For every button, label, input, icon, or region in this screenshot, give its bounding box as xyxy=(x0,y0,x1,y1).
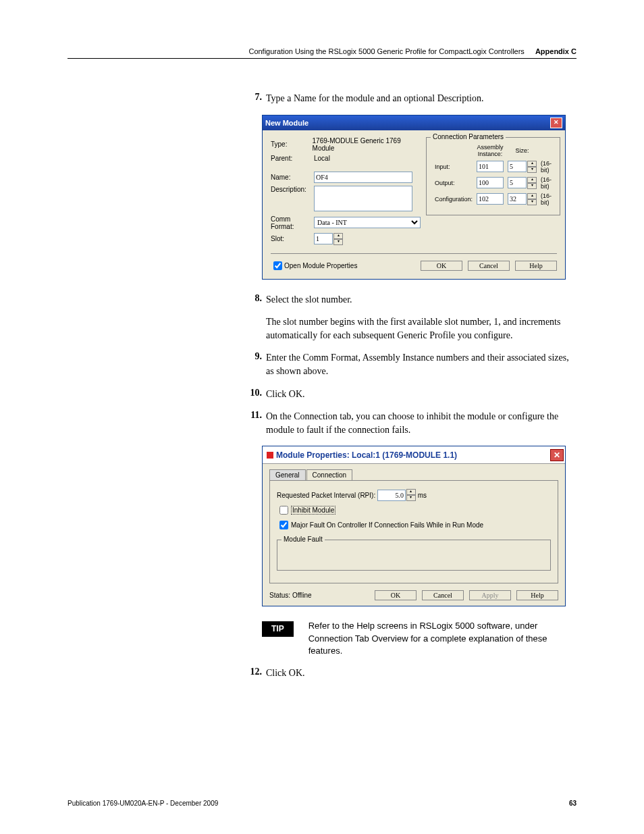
header-chapter: Configuration Using the RSLogix 5000 Gen… xyxy=(248,47,524,55)
config-label: Configuration: xyxy=(433,192,474,207)
step-text: Select the slot number. xyxy=(266,294,352,305)
chevron-up-icon[interactable]: ▴ xyxy=(333,233,343,239)
status-label: Status: xyxy=(269,592,290,599)
type-label: Type: xyxy=(271,140,313,148)
name-field[interactable] xyxy=(314,172,412,183)
name-label: Name: xyxy=(271,174,314,181)
chevron-up-icon[interactable]: ▴ xyxy=(527,161,537,167)
slot-label: Slot: xyxy=(271,235,314,242)
comm-label: Comm Format: xyxy=(271,215,314,230)
step-10: 10. Click OK. xyxy=(243,388,576,401)
dialog-titlebar[interactable]: Module Properties: Local:1 (1769-MODULE … xyxy=(263,446,565,464)
tip-row: TIP Refer to the Help screens in RSLogix… xyxy=(262,620,576,657)
close-icon[interactable]: ✕ xyxy=(550,449,564,461)
conn-legend: Connection Parameters xyxy=(431,133,506,140)
open-module-checkbox[interactable]: Open Module Properties xyxy=(271,259,357,272)
step-text: On the Connection tab, you can choose to… xyxy=(266,410,576,436)
cancel-button[interactable]: Cancel xyxy=(468,261,510,271)
app-icon xyxy=(267,452,273,459)
publication-info: Publication 1769-UM020A-EN-P - December … xyxy=(68,800,218,807)
description-field[interactable] xyxy=(314,186,412,211)
cancel-button[interactable]: Cancel xyxy=(422,590,464,600)
step-num: 8. xyxy=(243,293,262,342)
size-hdr: Size: xyxy=(506,143,538,158)
rpi-label: Requested Packet Interval (RPI): xyxy=(277,492,375,499)
close-icon[interactable]: ✕ xyxy=(550,118,562,128)
chevron-down-icon[interactable]: ▾ xyxy=(527,183,537,189)
step-text: Click OK. xyxy=(266,388,305,401)
dialog-titlebar[interactable]: New Module ✕ xyxy=(263,115,565,130)
inhibit-label: Inhibit Module xyxy=(291,506,336,515)
step-text: Type a Name for the module and an option… xyxy=(266,92,483,105)
step-num: 11. xyxy=(243,410,262,436)
chevron-down-icon[interactable]: ▾ xyxy=(527,167,537,173)
chevron-up-icon[interactable]: ▴ xyxy=(527,193,537,199)
step-para: The slot number begins with the first av… xyxy=(266,315,576,342)
chevron-down-icon[interactable]: ▾ xyxy=(527,199,537,205)
step-num: 9. xyxy=(243,351,262,377)
step-7: 7. Type a Name for the module and an opt… xyxy=(243,92,576,105)
comm-format-select[interactable]: Data - INT xyxy=(314,217,421,228)
dialog-title: New Module xyxy=(265,119,308,127)
rpi-unit: ms xyxy=(418,492,427,499)
input-instance-field[interactable] xyxy=(477,161,504,172)
step-8: 8. Select the slot number. The slot numb… xyxy=(243,293,576,342)
type-value: 1769-MODULE Generic 1769 Module xyxy=(313,137,421,152)
chevron-down-icon[interactable]: ▾ xyxy=(333,239,343,245)
step-12: 12. Click OK. xyxy=(243,667,576,680)
tab-general[interactable]: General xyxy=(269,469,306,480)
apply-button[interactable]: Apply xyxy=(469,590,511,600)
step-text: Enter the Comm Format, Assembly Instance… xyxy=(266,351,576,377)
output-instance-field[interactable] xyxy=(477,177,504,188)
fault-legend: Module Fault xyxy=(281,536,325,543)
output-size-stepper[interactable] xyxy=(508,177,527,188)
header-appendix: Appendix C xyxy=(535,47,576,55)
new-module-dialog: New Module ✕ Type:1769-MODULE Generic 17… xyxy=(262,115,566,280)
inhibit-checkbox[interactable]: Inhibit Module xyxy=(277,504,551,517)
step-11: 11. On the Connection tab, you can choos… xyxy=(243,410,576,436)
tip-badge: TIP xyxy=(262,621,294,637)
ok-button[interactable]: OK xyxy=(421,261,462,271)
module-properties-dialog: Module Properties: Local:1 (1769-MODULE … xyxy=(262,446,566,606)
page-footer: Publication 1769-UM020A-EN-P - December … xyxy=(68,800,576,807)
step-num: 7. xyxy=(243,92,262,105)
output-label: Output: xyxy=(433,176,474,190)
help-button[interactable]: Help xyxy=(516,590,558,600)
step-num: 12. xyxy=(243,667,262,680)
status-value: Offline xyxy=(292,592,312,599)
ok-button[interactable]: OK xyxy=(375,590,417,600)
module-fault-group: Module Fault xyxy=(277,540,551,571)
input-size-stepper[interactable] xyxy=(508,161,527,172)
major-fault-label: Major Fault On Controller If Connection … xyxy=(291,521,483,529)
tab-panel: Requested Packet Interval (RPI): ▴▾ ms I… xyxy=(269,480,558,583)
config-unit: (16-bit) xyxy=(539,192,553,207)
chevron-up-icon[interactable]: ▴ xyxy=(406,489,416,495)
tab-connection[interactable]: Connection xyxy=(306,469,353,480)
output-unit: (16-bit) xyxy=(539,176,553,190)
rpi-stepper[interactable] xyxy=(377,490,406,501)
help-button[interactable]: Help xyxy=(515,261,557,271)
assembly-hdr: Assembly Instance: xyxy=(475,143,505,158)
chevron-up-icon[interactable]: ▴ xyxy=(527,177,537,183)
step-num: 10. xyxy=(243,388,262,401)
slot-stepper[interactable] xyxy=(314,233,333,244)
input-unit: (16-bit) xyxy=(539,159,553,174)
input-label: Input: xyxy=(433,159,474,174)
connection-parameters-group: Connection Parameters Assembly Instance:… xyxy=(426,137,560,215)
open-module-check[interactable] xyxy=(273,261,282,270)
open-module-label: Open Module Properties xyxy=(284,262,357,269)
config-instance-field[interactable] xyxy=(477,193,504,205)
page-number: 63 xyxy=(569,800,576,807)
chevron-down-icon[interactable]: ▾ xyxy=(406,495,416,501)
parent-value: Local xyxy=(314,155,330,162)
inhibit-check[interactable] xyxy=(279,506,288,515)
description-label: Description: xyxy=(271,186,314,193)
page-header: Configuration Using the RSLogix 5000 Gen… xyxy=(68,47,576,59)
major-fault-checkbox[interactable]: Major Fault On Controller If Connection … xyxy=(277,519,551,531)
major-fault-check[interactable] xyxy=(279,521,288,529)
tip-text: Refer to the Help screens in RSLogix 500… xyxy=(308,620,576,657)
dialog-title: Module Properties: Local:1 (1769-MODULE … xyxy=(276,450,457,460)
parent-label: Parent: xyxy=(271,155,314,162)
step-9: 9. Enter the Comm Format, Assembly Insta… xyxy=(243,351,576,377)
config-size-stepper[interactable] xyxy=(508,193,527,205)
